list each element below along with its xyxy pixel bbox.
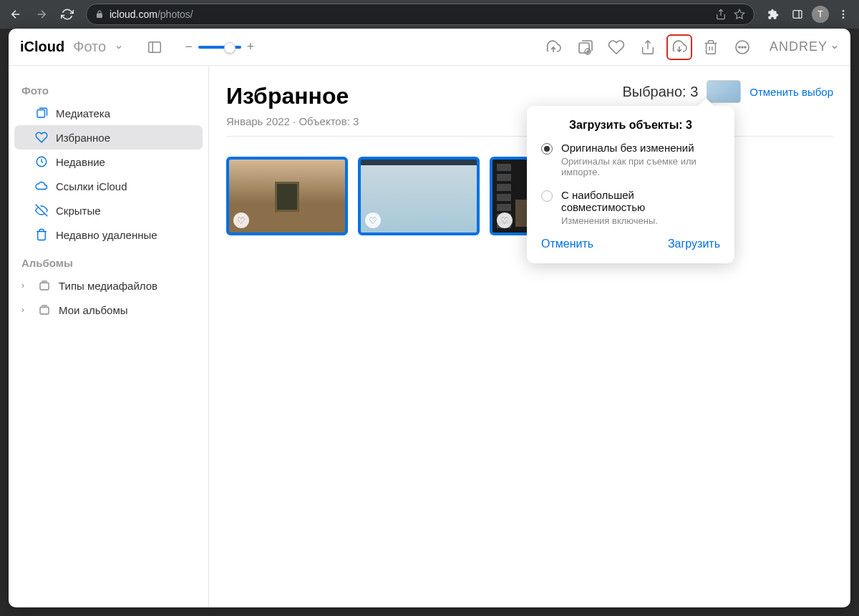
profile-avatar[interactable]: T — [812, 6, 829, 23]
add-to-album-icon[interactable] — [572, 34, 598, 60]
option-title: С наибольшей совместимостью — [561, 189, 720, 213]
nav-forward-button[interactable] — [31, 4, 52, 24]
svg-rect-13 — [40, 283, 49, 290]
more-actions-icon[interactable] — [729, 34, 755, 60]
sidebar-item-hidden[interactable]: Скрытые — [14, 198, 203, 223]
option-description: Изменения включены. — [561, 215, 720, 226]
sidebar-item-label: Медиатека — [56, 107, 110, 119]
selection-info: Выбрано: 3 Отменить выбор — [622, 80, 833, 103]
photo-item[interactable]: ♡ — [358, 157, 480, 235]
library-icon — [34, 106, 49, 120]
favorite-badge-icon: ♡ — [365, 212, 381, 228]
option-most-compatible[interactable]: С наибольшей совместимостью Изменения вк… — [541, 189, 720, 226]
browser-chrome: icloud.com/photos/ T — [0, 0, 859, 29]
cancel-button[interactable]: Отменить — [541, 238, 593, 250]
option-description: Оригиналы как при съемке или импорте. — [561, 156, 720, 177]
sidebar-item-recents[interactable]: Недавние — [14, 150, 203, 174]
chevron-right-icon: › — [21, 305, 29, 315]
svg-point-3 — [843, 16, 845, 19]
toggle-sidebar-icon[interactable] — [142, 34, 168, 60]
nav-back-button[interactable] — [6, 4, 26, 24]
deselect-button[interactable]: Отменить выбор — [749, 86, 833, 98]
svg-rect-0 — [793, 11, 802, 19]
zoom-control: − + — [185, 39, 254, 54]
option-unmodified-originals[interactable]: Оригиналы без изменений Оригиналы как пр… — [541, 142, 720, 177]
url-bar[interactable]: icloud.com/photos/ — [86, 4, 754, 25]
download-button[interactable]: Загрузить — [668, 238, 720, 250]
title-dropdown-chevron[interactable] — [115, 43, 123, 52]
download-icon[interactable] — [666, 34, 692, 60]
svg-point-9 — [742, 47, 743, 48]
favorite-badge-icon: ♡ — [497, 212, 513, 228]
sidebar-item-label: Типы медиафайлов — [59, 280, 157, 292]
radio-icon — [541, 143, 553, 155]
svg-rect-11 — [37, 110, 45, 118]
content-area: Избранное Январь 2022 · Объектов: 3 Выбр… — [209, 66, 850, 607]
svg-rect-4 — [149, 41, 161, 52]
icloud-photos-window: iCloud Фото − + — [9, 29, 850, 607]
option-title: Оригиналы без изменений — [561, 142, 720, 154]
sidebar-item-label: Избранное — [56, 132, 110, 144]
user-name-label: ANDREY — [770, 39, 828, 54]
download-popover: Загрузить объекты: 3 Оригиналы без измен… — [527, 106, 734, 263]
sidebar-item-label: Мои альбомы — [59, 304, 128, 316]
share-icon[interactable] — [635, 34, 661, 60]
svg-point-1 — [843, 10, 845, 12]
sidebar-item-recently-deleted[interactable]: Недавно удаленные — [14, 223, 203, 247]
eye-off-icon — [34, 203, 49, 217]
url-path: /photos/ — [157, 9, 193, 20]
sidebar-section-albums: Альбомы — [14, 253, 203, 273]
chevron-down-icon — [830, 43, 839, 52]
sidebar-item-library[interactable]: Медиатека — [14, 101, 203, 125]
lock-icon — [95, 10, 104, 19]
zoom-out-button[interactable]: − — [185, 39, 193, 54]
stack-icon — [37, 278, 52, 293]
icloud-title: iCloud — [20, 39, 64, 55]
extensions-icon[interactable] — [763, 4, 783, 24]
svg-point-8 — [739, 47, 740, 48]
sidebar-item-label: Недавно удаленные — [56, 229, 157, 241]
user-menu[interactable]: ANDREY — [770, 39, 839, 54]
sidebar-item-label: Ссылки iCloud — [56, 180, 127, 192]
url-domain: icloud.com — [110, 9, 157, 20]
sidebar-item-media-types[interactable]: › Типы медиафайлов — [14, 273, 203, 298]
album-icon — [37, 303, 52, 317]
chevron-right-icon: › — [21, 280, 29, 290]
side-panel-icon[interactable] — [787, 4, 807, 24]
sidebar-item-label: Недавние — [56, 156, 105, 168]
heart-icon — [34, 130, 49, 145]
svg-point-10 — [744, 47, 746, 48]
nav-reload-button[interactable] — [57, 4, 77, 24]
sidebar-item-my-albums[interactable]: › Мои альбомы — [14, 298, 203, 322]
favorite-heart-icon[interactable] — [603, 34, 629, 60]
sidebar-item-favorites[interactable]: Избранное — [14, 125, 203, 150]
zoom-in-button[interactable]: + — [247, 39, 255, 54]
share-url-icon[interactable] — [715, 9, 727, 20]
photos-subtitle: Фото — [73, 39, 106, 55]
sidebar-item-label: Скрытые — [56, 205, 101, 217]
upload-icon[interactable] — [540, 34, 566, 60]
sidebar-section-photo: Фото — [14, 80, 203, 101]
zoom-slider[interactable] — [198, 46, 241, 49]
sidebar: Фото Медиатека Избранное Недавние Ссылки… — [9, 66, 209, 607]
app-toolbar: iCloud Фото − + — [9, 29, 850, 66]
bookmark-star-icon[interactable] — [734, 9, 745, 20]
clock-icon — [34, 155, 49, 169]
sidebar-item-icloud-links[interactable]: Ссылки iCloud — [14, 174, 203, 198]
selection-thumbnail — [707, 80, 741, 103]
cloud-icon — [34, 179, 49, 193]
delete-trash-icon[interactable] — [698, 34, 724, 60]
radio-icon — [541, 190, 553, 202]
svg-rect-14 — [40, 307, 49, 314]
selection-count: Выбрано: 3 — [622, 84, 698, 100]
popover-title: Загрузить объекты: 3 — [541, 119, 720, 132]
svg-point-2 — [843, 14, 845, 16]
favorite-badge-icon: ♡ — [233, 212, 249, 228]
photo-item[interactable]: ♡ — [226, 157, 348, 235]
trash-icon — [34, 228, 49, 242]
chrome-menu-icon[interactable] — [833, 4, 853, 24]
